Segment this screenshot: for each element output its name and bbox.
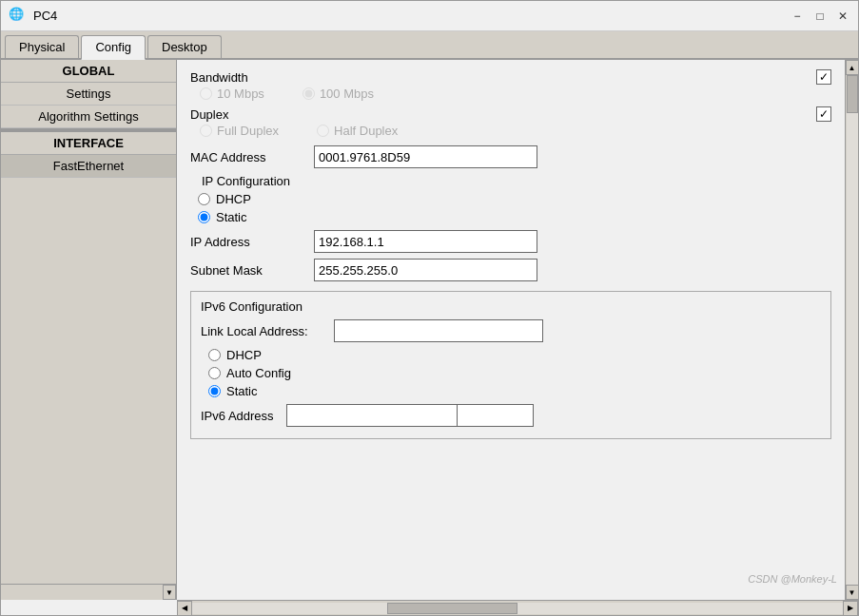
- ipv6-address-label: IPv6 Address: [201, 409, 286, 423]
- ipv6-autoconfig-row: Auto Config: [208, 366, 821, 380]
- bandwidth-label: Bandwidth: [190, 70, 248, 85]
- link-local-label: Link Local Address:: [201, 324, 334, 338]
- ipv6-autoconfig-radio[interactable]: [208, 367, 221, 379]
- dhcp-row: DHCP: [198, 192, 831, 206]
- watermark: CSDN @Monkey-L: [748, 573, 837, 585]
- scrollbar-thumb[interactable]: [847, 75, 858, 113]
- ipv6-static-label: Static: [226, 384, 258, 398]
- ipv6-prefix-input[interactable]: [458, 404, 534, 427]
- dhcp-radio[interactable]: [198, 193, 210, 205]
- panel-content: Bandwidth ✓ 10 Mbps 100 Mbps: [177, 60, 845, 600]
- link-local-input[interactable]: [334, 319, 543, 342]
- mac-address-row: MAC Address: [190, 145, 831, 168]
- static-radio[interactable]: [198, 211, 210, 223]
- ipv6-static-radio[interactable]: [208, 385, 221, 397]
- ipv6-dhcp-radio[interactable]: [208, 349, 221, 361]
- ip-config-section: IP Configuration DHCP Static: [190, 174, 831, 224]
- subnet-mask-input[interactable]: [314, 259, 537, 281]
- mac-address-label: MAC Address: [190, 150, 314, 164]
- ip-address-label: IP Address: [190, 235, 314, 249]
- ip-config-title: IP Configuration: [202, 174, 831, 188]
- bandwidth-options: 10 Mbps 100 Mbps: [200, 87, 831, 101]
- ip-address-input[interactable]: [314, 230, 537, 253]
- scroll-up-button[interactable]: ▲: [846, 60, 859, 75]
- duplex-options: Full Duplex Half Duplex: [200, 124, 831, 138]
- duplex-half[interactable]: Half Duplex: [317, 124, 398, 138]
- title-controls: − □ ✕: [790, 9, 850, 24]
- bottom-thumb[interactable]: [387, 603, 517, 614]
- ipv6-static-row: Static: [208, 384, 821, 398]
- duplex-section: Duplex ✓ Full Duplex Half Duplex: [190, 106, 831, 138]
- sidebar-item-settings[interactable]: Settings: [1, 83, 176, 106]
- dhcp-label: DHCP: [216, 192, 251, 206]
- static-label: Static: [216, 210, 247, 224]
- scroll-down-button[interactable]: ▼: [846, 585, 859, 600]
- duplex-label: Duplex: [190, 107, 228, 122]
- window-title: PC4: [33, 9, 57, 23]
- duplex-checkbox[interactable]: ✓: [816, 106, 831, 122]
- title-bar: 🌐 PC4 − □ ✕: [1, 1, 858, 31]
- content-area: GLOBAL Settings Algorithm Settings INTER…: [1, 60, 858, 600]
- ipv6-config-title: IPv6 Configuration: [201, 299, 821, 314]
- main-window: 🌐 PC4 − □ ✕ Physical Config Desktop GLOB…: [0, 0, 859, 616]
- scroll-right-button[interactable]: ▶: [843, 601, 858, 616]
- ipv6-dhcp-row: DHCP: [208, 348, 821, 362]
- ipv6-address-row: IPv6 Address: [201, 404, 821, 427]
- duplex-row: Duplex ✓: [190, 106, 831, 122]
- close-button[interactable]: ✕: [835, 9, 850, 24]
- ipv6-dhcp-label: DHCP: [226, 348, 262, 362]
- tab-config[interactable]: Config: [81, 35, 146, 60]
- sidebar-global-header: GLOBAL: [1, 60, 176, 83]
- right-scrollbar: ▲ ▼: [845, 60, 858, 600]
- subnet-mask-label: Subnet Mask: [190, 263, 314, 278]
- sidebar-interface-header: INTERFACE: [1, 128, 176, 155]
- scroll-left-button[interactable]: ◀: [177, 601, 192, 616]
- bandwidth-100mbps[interactable]: 100 Mbps: [303, 87, 374, 101]
- bandwidth-10mbps[interactable]: 10 Mbps: [200, 87, 264, 101]
- sidebar: GLOBAL Settings Algorithm Settings INTER…: [1, 60, 177, 600]
- bottom-scrollbar: ◀ ▶: [177, 600, 858, 615]
- ip-address-row: IP Address: [190, 230, 831, 253]
- panel-scroll-area: Bandwidth ✓ 10 Mbps 100 Mbps: [177, 60, 858, 600]
- mac-address-input[interactable]: [314, 145, 537, 168]
- ipv6-input-group: [286, 404, 534, 427]
- duplex-full[interactable]: Full Duplex: [200, 124, 279, 138]
- bottom-track: [192, 603, 843, 614]
- ipv6-address-input[interactable]: [286, 404, 458, 427]
- bandwidth-checkbox[interactable]: ✓: [816, 69, 831, 85]
- tab-desktop[interactable]: Desktop: [147, 35, 222, 58]
- ipv6-autoconfig-label: Auto Config: [226, 366, 291, 380]
- static-row: Static: [198, 210, 831, 224]
- bandwidth-section: Bandwidth ✓ 10 Mbps 100 Mbps: [190, 69, 831, 101]
- title-bar-left: 🌐 PC4: [9, 7, 57, 26]
- sidebar-scroll-down[interactable]: ▼: [163, 585, 176, 600]
- maximize-button[interactable]: □: [812, 9, 828, 24]
- sidebar-item-algorithm-settings[interactable]: Algorithm Settings: [1, 106, 176, 128]
- bandwidth-row: Bandwidth ✓: [190, 69, 831, 85]
- sidebar-item-fastethernet[interactable]: FastEthernet: [1, 155, 176, 178]
- subnet-mask-row: Subnet Mask: [190, 259, 831, 281]
- link-local-row: Link Local Address:: [201, 319, 821, 342]
- scrollbar-track: [847, 75, 858, 585]
- minimize-button[interactable]: −: [790, 9, 805, 24]
- ipv6-config-section: IPv6 Configuration Link Local Address: D…: [190, 291, 831, 439]
- app-icon: 🌐: [9, 7, 28, 26]
- tab-physical[interactable]: Physical: [5, 35, 79, 58]
- tab-bar: Physical Config Desktop: [1, 31, 858, 60]
